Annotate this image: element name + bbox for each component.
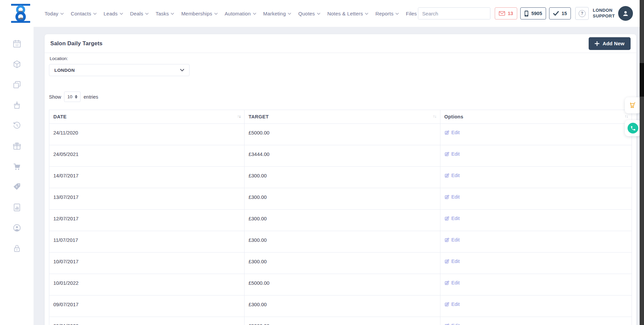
call-widget-button[interactable] — [625, 120, 641, 136]
report-chart-icon[interactable] — [12, 203, 21, 212]
target-cell: £300.00 — [244, 295, 440, 317]
page-size-select[interactable]: 10 — [64, 92, 80, 102]
nav-item[interactable]: Tasks — [156, 11, 174, 16]
layers-icon[interactable] — [12, 80, 21, 89]
help-button[interactable]: ? — [575, 7, 589, 20]
options-cell: Edit — [440, 145, 632, 167]
bag-receive-icon[interactable] — [12, 101, 21, 110]
edit-button[interactable]: Edit — [444, 216, 460, 221]
table-row: 24/05/2021 £3444.00 Edit — [49, 145, 632, 167]
edit-button[interactable]: Edit — [444, 280, 460, 285]
column-header[interactable]: DATE ↑↓ — [49, 110, 245, 124]
question-mark-icon: ? — [579, 10, 586, 17]
options-cell: Edit — [440, 167, 632, 188]
nav-item[interactable]: Leads — [104, 11, 123, 16]
svg-text:12: 12 — [15, 43, 18, 47]
scrollbar-track[interactable] — [640, 0, 644, 325]
chevron-down-icon — [93, 13, 97, 15]
target-cell: £5000.00 — [244, 124, 440, 145]
table-row: 11/07/2017 £300.00 Edit — [49, 231, 632, 253]
date-cell: 11/07/2017 — [49, 231, 245, 253]
svg-text:$: $ — [16, 185, 17, 188]
nav-item[interactable]: Notes & Letters — [327, 11, 368, 16]
target-cell: £300.00 — [244, 253, 440, 274]
edit-button[interactable]: Edit — [444, 130, 460, 135]
chevron-down-icon — [180, 69, 184, 71]
cart-icon[interactable] — [12, 162, 21, 171]
table-body: 24/11/2020 £5000.00 Edit — [49, 124, 632, 325]
edit-pencil-icon — [444, 237, 449, 242]
nav-item[interactable]: Marketing — [263, 11, 291, 16]
tasks-count: 15 — [561, 11, 567, 16]
edit-button[interactable]: Edit — [444, 302, 460, 307]
table-row: 24/11/2020 £5000.00 Edit — [49, 124, 632, 145]
edit-pencil-icon — [444, 195, 449, 200]
nav-item[interactable]: Today — [45, 11, 64, 16]
basket-widget-button[interactable] — [625, 97, 641, 113]
chevron-down-icon — [395, 13, 399, 15]
add-new-button[interactable]: Add New — [589, 37, 631, 50]
chevron-down-icon — [317, 13, 320, 15]
target-cell: £3444.00 — [244, 145, 440, 167]
cube-icon[interactable] — [12, 60, 21, 69]
options-cell: Edit — [440, 274, 632, 295]
account-icon[interactable] — [12, 223, 21, 232]
targets-table: DATE ↑↓ TARGET ↑↓ Options ↑↓ — [49, 110, 632, 325]
search-box — [418, 7, 490, 19]
avatar[interactable] — [618, 6, 633, 21]
chevron-down-icon — [253, 13, 256, 15]
nav-item[interactable]: Reports — [375, 11, 399, 16]
nav-item[interactable]: Quotes — [298, 11, 320, 16]
chevron-down-icon — [145, 13, 149, 15]
edit-button[interactable]: Edit — [444, 151, 460, 157]
edit-button[interactable]: Edit — [444, 237, 460, 242]
location-select[interactable]: LONDON — [49, 64, 190, 76]
scrollbar-thumb[interactable] — [640, 63, 644, 97]
date-cell: 24/11/2020 — [49, 124, 245, 145]
search-input[interactable] — [418, 8, 490, 19]
location-label: Location: — [49, 56, 632, 61]
edit-button[interactable]: Edit — [444, 173, 460, 178]
calls-badge[interactable]: 5905 — [520, 7, 546, 19]
gift-icon[interactable] — [12, 142, 21, 151]
topbar: Today Contacts Leads Deals — [0, 0, 644, 27]
chevron-down-icon — [171, 13, 174, 15]
edit-pencil-icon — [444, 173, 449, 178]
app-logo[interactable] — [10, 3, 32, 24]
user-name: LONDON SUPPORT — [593, 8, 615, 19]
nav-item[interactable]: Memberships — [181, 11, 217, 16]
edit-button[interactable]: Edit — [444, 259, 460, 264]
date-cell: 09/01/2022 — [49, 317, 245, 325]
calendar-icon[interactable]: 12 — [12, 39, 21, 48]
shopping-cart-icon — [629, 101, 637, 109]
price-tag-icon[interactable]: $ — [12, 182, 21, 192]
date-cell: 14/07/2017 — [49, 167, 245, 188]
edit-button[interactable]: Edit — [444, 194, 460, 200]
edit-pencil-icon — [444, 259, 449, 264]
checkmark-icon — [553, 11, 559, 16]
chevron-down-icon — [288, 13, 291, 15]
nav-item[interactable]: Files — [406, 11, 417, 16]
nav-item[interactable]: Automation — [225, 11, 256, 16]
nav-item[interactable]: Deals — [130, 11, 149, 16]
nav-item[interactable]: Contacts — [71, 11, 97, 16]
lock-icon[interactable] — [12, 244, 21, 253]
show-label: Show — [49, 94, 61, 100]
history-icon[interactable] — [12, 121, 21, 130]
table-row: 09/07/2017 £300.00 Edit — [49, 295, 632, 317]
table-row: 10/01/2022 £5000.00 Edit — [49, 274, 632, 295]
date-cell: 10/07/2017 — [49, 253, 245, 274]
options-cell: Edit — [440, 188, 632, 210]
salon-daily-targets-card: Salon Daily Targets Add New Location: LO… — [45, 34, 636, 325]
phone-icon — [630, 125, 636, 131]
messages-badge[interactable]: 13 — [495, 7, 517, 19]
chevron-down-icon — [120, 13, 123, 15]
page-size-value: 10 — [67, 94, 72, 99]
card-body: Location: LONDON Show 10 entries — [45, 53, 636, 325]
phone-circle — [628, 123, 638, 133]
sort-icon: ↑↓ — [625, 114, 628, 119]
column-header[interactable]: Options ↑↓ — [440, 110, 632, 124]
column-header[interactable]: TARGET ↑↓ — [244, 110, 440, 124]
edit-button[interactable]: Edit — [444, 323, 460, 325]
tasks-badge[interactable]: 15 — [549, 7, 571, 19]
